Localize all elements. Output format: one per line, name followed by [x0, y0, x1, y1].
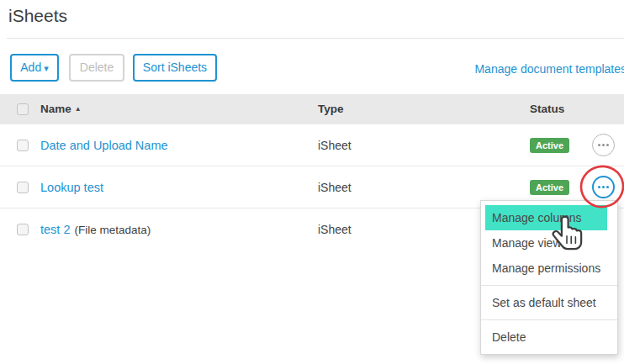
- menu-group: Delete: [481, 319, 617, 354]
- add-button[interactable]: Add▾: [10, 54, 59, 82]
- delete-button[interactable]: Delete: [69, 54, 124, 82]
- column-header-type[interactable]: Type: [318, 94, 344, 124]
- row-checkbox[interactable]: [17, 182, 29, 193]
- menu-item-set-default-sheet[interactable]: Set as default sheet: [481, 290, 617, 315]
- row-actions-button[interactable]: [592, 134, 615, 156]
- sheet-type: iSheet: [318, 208, 352, 251]
- ellipsis-icon: [598, 186, 600, 188]
- menu-item-manage-columns[interactable]: Manage columns: [485, 205, 607, 230]
- column-header-status[interactable]: Status: [530, 94, 564, 124]
- sort-isheets-button[interactable]: Sort iSheets: [133, 54, 217, 82]
- table-header: Name▲ Type Status: [0, 94, 624, 124]
- sheet-type: iSheet: [318, 166, 352, 208]
- ellipsis-icon: [598, 144, 600, 146]
- sheet-type: iSheet: [318, 124, 352, 166]
- status-badge: Active: [530, 180, 569, 195]
- menu-item-manage-permissions[interactable]: Manage permissions: [481, 256, 617, 281]
- sheet-name-suffix: (File metadata): [74, 224, 151, 236]
- sheet-name-link[interactable]: Date and Upload Name: [40, 139, 168, 152]
- column-header-name-label: Name: [40, 103, 71, 115]
- menu-group: Set as default sheet: [481, 285, 617, 319]
- status-badge: Active: [530, 138, 569, 153]
- title-divider: [7, 38, 624, 39]
- menu-item-delete[interactable]: Delete: [481, 324, 617, 350]
- sheet-name-link[interactable]: Lookup test: [40, 181, 103, 194]
- row-context-menu: Manage columns Manage views Manage permi…: [480, 200, 618, 355]
- sort-isheets-label: Sort iSheets: [143, 61, 207, 74]
- column-header-name[interactable]: Name▲: [40, 94, 82, 124]
- table-row: Date and Upload Name iSheet Active: [0, 124, 624, 166]
- select-all-checkbox[interactable]: [17, 103, 29, 115]
- menu-group: Manage columns Manage views Manage permi…: [481, 201, 617, 285]
- caret-down-icon: ▾: [44, 63, 49, 73]
- manage-document-templates-link[interactable]: Manage document templates: [474, 62, 624, 76]
- delete-button-label: Delete: [80, 61, 114, 74]
- menu-item-manage-views[interactable]: Manage views: [481, 230, 617, 256]
- sort-ascending-icon: ▲: [75, 105, 82, 113]
- add-button-label: Add: [20, 61, 41, 74]
- page-title: iSheets: [8, 6, 67, 26]
- sheet-name-link[interactable]: test 2: [40, 223, 70, 236]
- row-actions-button[interactable]: [592, 176, 615, 198]
- row-checkbox[interactable]: [17, 140, 29, 151]
- row-checkbox[interactable]: [17, 224, 29, 235]
